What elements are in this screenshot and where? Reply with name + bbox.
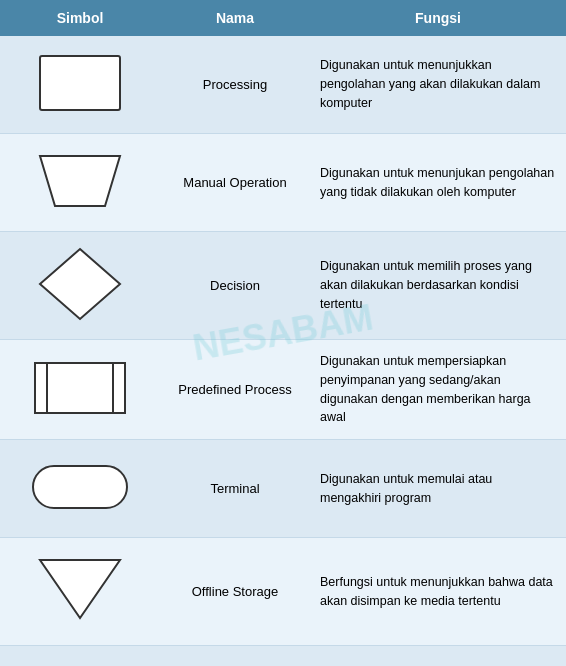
header-simbol: Simbol	[0, 0, 160, 36]
symbol-terminal	[0, 440, 160, 538]
name-processing: Processing	[160, 36, 310, 134]
symbol-predefined-process	[0, 340, 160, 440]
svg-marker-7	[40, 560, 120, 618]
func-predefined-process: Digunakan untuk mempersiapkan penyimpana…	[310, 340, 566, 440]
svg-rect-3	[35, 363, 125, 413]
svg-rect-0	[40, 56, 120, 110]
table-row: Manual Operation Digunakan untuk menunju…	[0, 134, 566, 232]
func-offline-storage: Berfungsi untuk menunjukkan bahwa data a…	[310, 538, 566, 646]
name-decision: Decision	[160, 232, 310, 340]
table-row: Terminal Digunakan untuk memulai atau me…	[0, 440, 566, 538]
name-manual-input: Manual Input Symbol	[160, 646, 310, 667]
name-terminal: Terminal	[160, 440, 310, 538]
name-manual-operation: Manual Operation	[160, 134, 310, 232]
svg-marker-2	[40, 249, 120, 319]
name-offline-storage: Offline Storage	[160, 538, 310, 646]
table-row: Manual Input Symbol Digunakan untuk meng…	[0, 646, 566, 667]
func-processing: Digunakan untuk menunjukkan pengolahan y…	[310, 36, 566, 134]
symbol-decision	[0, 232, 160, 340]
svg-marker-1	[40, 156, 120, 206]
name-predefined-process: Predefined Process	[160, 340, 310, 440]
svg-rect-6	[33, 466, 127, 508]
table-row: Decision Digunakan untuk memilih proses …	[0, 232, 566, 340]
func-manual-operation: Digunakan untuk menunjukan pengolahan ya…	[310, 134, 566, 232]
symbol-manual-input	[0, 646, 160, 667]
symbol-offline-storage	[0, 538, 160, 646]
symbol-processing	[0, 36, 160, 134]
header-fungsi: Fungsi	[310, 0, 566, 36]
func-manual-input: Digunakan untuk menginputkan data secara…	[310, 646, 566, 667]
func-terminal: Digunakan untuk memulai atau mengakhiri …	[310, 440, 566, 538]
table-row: Offline Storage Berfungsi untuk menunjuk…	[0, 538, 566, 646]
func-decision: Digunakan untuk memilih proses yang akan…	[310, 232, 566, 340]
table-row: Predefined Process Digunakan untuk mempe…	[0, 340, 566, 440]
header-nama: Nama	[160, 0, 310, 36]
table-row: Processing Digunakan untuk menunjukkan p…	[0, 36, 566, 134]
symbol-manual-operation	[0, 134, 160, 232]
